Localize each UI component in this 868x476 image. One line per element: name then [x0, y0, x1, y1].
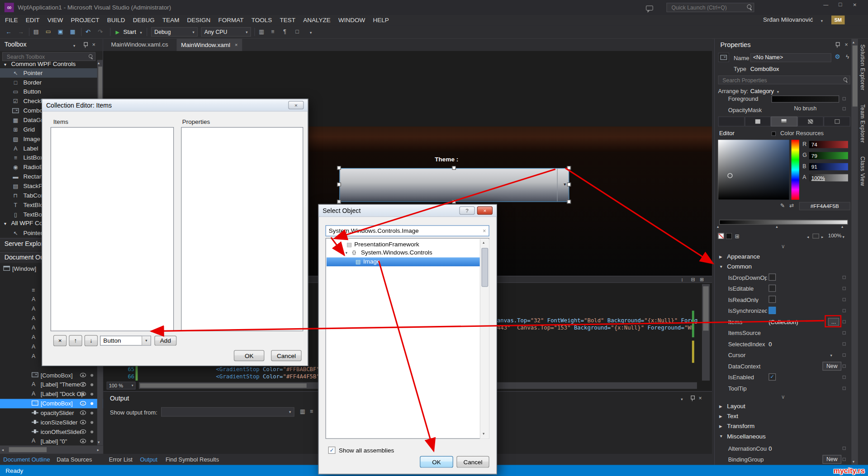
toolbar-misc-icon-2[interactable]: ≡: [271, 29, 274, 34]
visibility-eye-icon[interactable]: [80, 439, 86, 443]
tab-error-list[interactable]: Error List: [109, 456, 133, 463]
visibility-eye-icon[interactable]: [80, 401, 86, 405]
menu-window[interactable]: WINDOW: [334, 15, 369, 25]
save-all-icon[interactable]: ▦: [70, 29, 76, 34]
collection-editor-titlebar[interactable]: Collection Editor: Items ×: [42, 99, 308, 112]
tab-team-explorer[interactable]: Team Explorer: [860, 104, 866, 143]
combobox-dropdown-icon[interactable]: ▾: [564, 182, 566, 187]
navigate-forward-icon[interactable]: →: [18, 29, 24, 34]
start-debug-icon[interactable]: ▶: [115, 29, 119, 35]
zoom-track[interactable]: [812, 234, 819, 239]
editor-vertical-scrollbar[interactable]: [702, 284, 710, 381]
toolbar-misc-icon-4[interactable]: □: [295, 29, 299, 34]
pin-dot-icon[interactable]: [90, 412, 93, 415]
zoom-out-icon[interactable]: ◂: [807, 234, 809, 240]
redo-icon[interactable]: ↷: [98, 29, 103, 34]
grid-toggle-icon[interactable]: ⊞: [735, 234, 739, 239]
scroll-thumb[interactable]: [482, 248, 489, 287]
design-combobox-control[interactable]: ▾: [339, 168, 569, 202]
cursor-dropdown-icon[interactable]: ▾: [830, 353, 832, 358]
toolbar-misc-icon-3[interactable]: ¶: [283, 29, 286, 34]
color-picker-indicator[interactable]: [727, 173, 732, 178]
outline-row-label-theme[interactable]: A[Label] "Theme :": [0, 380, 97, 390]
quick-launch[interactable]: [666, 3, 754, 12]
navigate-back-icon[interactable]: ←: [5, 29, 12, 34]
collection-items-listbox[interactable]: [51, 127, 174, 331]
expander-icon[interactable]: ▾: [346, 251, 347, 255]
expander-icon[interactable]: ▾: [340, 242, 342, 247]
selection-handle[interactable]: [567, 166, 571, 170]
foreground-swatch[interactable]: [771, 95, 839, 103]
channel-b-bar[interactable]: 91: [809, 163, 848, 170]
toolbar-overflow-icon[interactable]: ▾: [310, 30, 312, 35]
maximize-button[interactable]: □: [833, 2, 848, 7]
toolbox-search-input[interactable]: [5, 53, 88, 60]
alternationcount-value[interactable]: 0: [768, 445, 772, 452]
selection-handle[interactable]: [567, 183, 571, 187]
toolbox-group-common[interactable]: ▼ Common WPF Controls: [0, 60, 97, 69]
scroll-down-icon[interactable]: ▾: [98, 439, 100, 445]
visibility-eye-icon[interactable]: [80, 410, 86, 415]
selection-handle[interactable]: [452, 200, 456, 204]
close-button[interactable]: ×: [848, 2, 862, 7]
opacity-mask-value[interactable]: No brush: [771, 105, 839, 113]
visibility-eye-icon[interactable]: [80, 391, 86, 396]
output-close-icon[interactable]: ×: [699, 396, 702, 401]
selection-handle[interactable]: [337, 200, 341, 204]
brush-tab-tile[interactable]: [797, 117, 824, 127]
tree-node-system-windows-controls[interactable]: ▾ {} System.Windows.Controls: [327, 249, 480, 257]
hue-slider[interactable]: [792, 140, 799, 200]
pin-dot-icon[interactable]: [90, 383, 93, 386]
move-down-button[interactable]: ↓: [85, 335, 98, 346]
menu-design[interactable]: DESIGN: [183, 15, 214, 25]
menu-file[interactable]: FILE: [1, 15, 22, 25]
checkbox-checked[interactable]: ✓: [768, 373, 776, 381]
channel-b-value[interactable]: 91: [811, 164, 817, 170]
cancel-button[interactable]: Cancel: [456, 456, 489, 468]
checkbox[interactable]: [768, 296, 776, 303]
menu-team[interactable]: TEAM: [158, 15, 183, 25]
category-miscellaneous[interactable]: ▼Miscellaneous: [715, 432, 851, 442]
undo-icon[interactable]: ↶: [85, 29, 90, 34]
toolbox-item-button[interactable]: ▭Button: [0, 87, 97, 97]
quick-launch-input[interactable]: [669, 5, 747, 11]
type-tree[interactable]: ▾ ▤ PresentationFramework ▾ {} System.Wi…: [325, 238, 489, 439]
dialog-help-button[interactable]: ?: [459, 207, 474, 215]
toolbar-misc-icon-1[interactable]: ▥: [259, 29, 264, 34]
menu-view[interactable]: VIEW: [43, 15, 67, 25]
menu-edit[interactable]: EDIT: [22, 15, 43, 25]
selection-handle[interactable]: [337, 183, 341, 187]
hex-color-field[interactable]: #FF4A4F5B: [799, 202, 850, 210]
tab-document-outline[interactable]: Document Outline: [3, 456, 50, 463]
ok-button[interactable]: OK: [234, 350, 265, 361]
output-source-dropdown[interactable]: ▾: [161, 407, 294, 417]
pin-dot-icon[interactable]: [90, 421, 93, 424]
arrange-by-value[interactable]: Category: [750, 88, 774, 94]
outline-row-label-dock[interactable]: A[Label] "Dock Op: [0, 390, 97, 399]
visibility-eye-icon[interactable]: [80, 373, 86, 377]
dialog-close-button[interactable]: ×: [477, 207, 493, 215]
toolbox-item-pointer[interactable]: ↖Pointer: [0, 68, 97, 78]
pin-dot-icon[interactable]: [90, 440, 93, 443]
pin-dot-icon[interactable]: [90, 402, 93, 405]
platform-dropdown[interactable]: Any CPU ▾: [201, 27, 251, 37]
properties-pin-icon[interactable]: [835, 42, 840, 48]
items-ellipsis-button[interactable]: …: [828, 318, 840, 325]
brush-tab-solid[interactable]: [745, 117, 771, 127]
ok-button[interactable]: OK: [420, 456, 453, 468]
visibility-eye-icon[interactable]: [80, 382, 86, 387]
minimize-button[interactable]: —: [819, 2, 833, 7]
horizontal-split-icon[interactable]: ⊟: [691, 277, 695, 282]
zoom-in-icon[interactable]: ▸: [821, 234, 823, 240]
toolbox-item-border[interactable]: □Border: [0, 78, 97, 87]
signed-in-user[interactable]: Srđan Milovanović: [763, 16, 813, 23]
scroll-right-icon[interactable]: ▸: [97, 447, 99, 452]
clear-icon[interactable]: ×: [483, 228, 486, 234]
outline-row-combobox-selected[interactable]: [ComboBox]: [0, 399, 103, 408]
outline-row-iconsize-slider[interactable]: iconSizeSlider: [0, 418, 97, 427]
tree-scrollbar[interactable]: ▴ ▾: [480, 239, 489, 439]
color-picker-field[interactable]: [718, 140, 789, 200]
menu-format[interactable]: FORMAT: [214, 15, 247, 25]
collection-properties-grid[interactable]: [181, 127, 303, 331]
cancel-button[interactable]: Cancel: [271, 350, 302, 361]
